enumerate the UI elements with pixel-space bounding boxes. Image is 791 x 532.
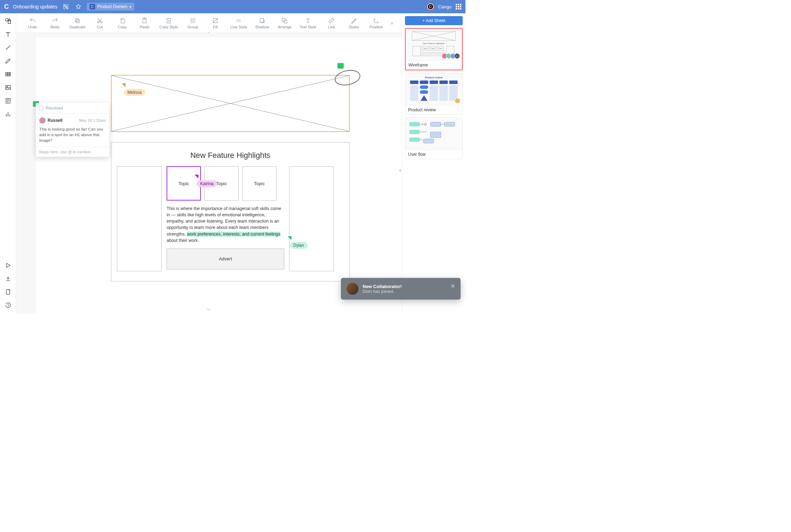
copy-button[interactable]: Copy (114, 17, 130, 29)
svg-rect-30 (413, 46, 421, 56)
svg-rect-55 (430, 132, 441, 138)
svg-rect-45 (410, 85, 419, 101)
line-style-button[interactable]: Line Style (230, 17, 248, 29)
cursor-arrow-icon: ◥ (288, 235, 308, 240)
position-button[interactable]: Position (368, 17, 384, 29)
pencil-tool-icon[interactable] (4, 57, 12, 65)
comment-author: Russell (48, 118, 63, 123)
star-icon[interactable] (74, 2, 83, 11)
svg-rect-42 (430, 80, 438, 84)
paste-button[interactable]: Paste (136, 17, 153, 29)
styles-button[interactable]: Styles (346, 17, 362, 29)
table-tool-icon[interactable] (4, 70, 12, 78)
shadow-button[interactable]: Shadow (254, 17, 270, 29)
sheet-thumbnail[interactable]: User flow (405, 118, 463, 159)
history-tool-icon[interactable] (4, 301, 12, 309)
svg-rect-49 (420, 85, 428, 89)
undo-button[interactable]: Undo (24, 17, 41, 29)
collaborator-cursor-melissa: ◥ Melissa (122, 82, 145, 96)
page-setup-icon[interactable] (4, 288, 12, 296)
text-tool-icon[interactable] (4, 30, 12, 38)
wireframe-sidebar-left-box[interactable] (117, 166, 162, 271)
comment-timestamp: May 18 1:32pm (79, 118, 106, 122)
image-tool-icon[interactable] (4, 83, 12, 92)
freehand-oval-annotation[interactable] (334, 69, 361, 86)
svg-text:Topic: Topic (439, 47, 443, 49)
apps-grid-icon[interactable] (456, 4, 461, 9)
svg-point-2 (5, 19, 8, 21)
wireframe-hero-placeholder[interactable] (111, 75, 350, 132)
action-toolbar: Undo Redo Duplicate Cut Copy Paste Copy … (16, 13, 402, 33)
svg-rect-40 (410, 80, 419, 84)
svg-rect-38 (422, 52, 444, 56)
comment-resolved-toggle[interactable]: Resolved (36, 103, 109, 114)
app-header: C Onboarding updates C Product Owners ▾ … (0, 0, 465, 13)
group-button[interactable]: Group (185, 17, 201, 29)
copy-style-button[interactable]: Copy Style (159, 17, 178, 29)
redo-button[interactable]: Redo (47, 17, 63, 29)
sheet-thumbnail[interactable]: Product review Product review (405, 73, 463, 115)
document-title[interactable]: Onboarding updates (13, 4, 57, 9)
sheet-name: User flow (405, 149, 462, 159)
comment-reply-input[interactable]: Reply here. Use @ to mention (36, 147, 109, 157)
duplicate-button[interactable]: Duplicate (69, 17, 85, 29)
chevron-down-icon: ▾ (130, 5, 131, 9)
link-button[interactable]: Link (323, 17, 340, 29)
line-tool-icon[interactable] (4, 43, 12, 52)
text-style-button[interactable]: Text Style (299, 17, 317, 29)
toolbar-overflow-icon[interactable]: » (391, 20, 393, 26)
svg-rect-21 (282, 18, 285, 21)
wireframe-body-group[interactable]: New Feature Highlights Topic Topic Topic… (111, 142, 350, 281)
sheet-thumbnail[interactable]: New Feature HighlightsTopicTopicTopic 2+… (405, 28, 463, 70)
brand-logo-icon[interactable]: C (4, 3, 9, 10)
sheet-name: Product review (405, 105, 462, 114)
svg-text:Topic: Topic (431, 47, 435, 49)
wireframe-topic-box[interactable]: Topic (242, 166, 276, 201)
expand-bottom-icon[interactable]: ﹀ (207, 307, 211, 313)
svg-rect-46 (430, 85, 438, 101)
notification-toast: New Collaborator! Dom has joined. ✕ (341, 278, 461, 300)
close-icon[interactable]: ✕ (450, 283, 455, 289)
team-selector[interactable]: C Product Owners ▾ (87, 3, 134, 10)
cut-button[interactable]: Cut (92, 17, 108, 29)
sheet-surface[interactable]: ◥ Melissa New Feature Highlights Topic T… (36, 37, 402, 314)
fill-button[interactable]: Fill (207, 17, 223, 29)
collaborator-name-badge: Katrina (197, 180, 217, 187)
add-sheet-button[interactable]: Add Sheet (405, 16, 463, 25)
wireframe-advert-box[interactable]: Advert (167, 248, 284, 270)
svg-rect-52 (430, 122, 441, 126)
cursor-arrow-icon: ◥ (195, 173, 217, 179)
collaborator-avatar-stack: 2+ (443, 53, 460, 59)
collaborator-cursor-dylan: ◥ Dylan (288, 235, 308, 249)
svg-rect-13 (121, 19, 125, 23)
svg-rect-43 (440, 80, 448, 84)
comment-marker-icon[interactable] (337, 63, 344, 69)
document-tool-icon[interactable] (4, 97, 12, 105)
history-icon[interactable] (62, 2, 70, 11)
integration-logo-icon[interactable]: C (427, 3, 434, 10)
canvas-area[interactable]: ◥ Melissa New Feature Highlights Topic T… (16, 33, 402, 314)
comment-thread-popover: Resolved Russell May 18 1:32pm This is l… (36, 103, 109, 157)
collaborator-cursor-katrina: ◥ Katrina (195, 173, 217, 187)
collaborator-avatar-stack (456, 98, 460, 104)
svg-rect-18 (192, 19, 194, 22)
collaborator-name-badge: Dylan (290, 242, 308, 249)
svg-rect-51 (410, 122, 420, 126)
wireframe-body-text[interactable]: This is where the importance of manageri… (167, 205, 284, 244)
sheet-name: Wireframe (406, 60, 462, 70)
chart-tool-icon[interactable] (4, 110, 12, 118)
svg-rect-22 (284, 20, 287, 23)
download-icon[interactable] (4, 274, 12, 283)
team-name: Product Owners (97, 4, 127, 9)
arrange-button[interactable]: Arrange (276, 17, 293, 29)
checkbox-icon[interactable] (39, 106, 43, 110)
play-icon[interactable] (4, 261, 12, 270)
shapes-tool-icon[interactable] (4, 17, 12, 25)
svg-rect-10 (77, 20, 79, 22)
svg-rect-4 (6, 72, 10, 76)
left-tool-rail: › (0, 13, 16, 314)
wireframe-title[interactable]: New Feature Highlights (111, 151, 349, 160)
wireframe-sidebar-right-box[interactable] (289, 166, 334, 271)
collapse-right-panel-icon[interactable]: ‹ (399, 167, 401, 173)
svg-rect-57 (424, 139, 434, 143)
